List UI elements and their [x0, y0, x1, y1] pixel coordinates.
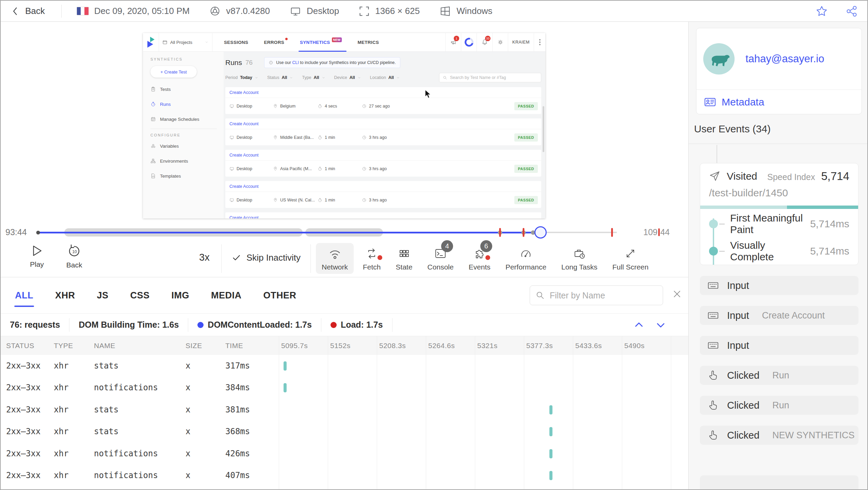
jump-previous-button[interactable] [633, 319, 645, 331]
run-duration: 1 min [318, 135, 362, 140]
app-tab-label: SESSIONS [224, 40, 248, 45]
network-panel: ALLXHRJSCSSIMGMEDIAOTHER 76: requests DO… [1, 277, 688, 490]
back-10s-button[interactable]: 10 Back [66, 244, 82, 269]
screen-resolution: 1366 × 625 [359, 6, 420, 17]
speed-index-bar [700, 206, 858, 209]
panel-button-long-tasks[interactable]: Long Tasks [556, 243, 603, 274]
share-icon[interactable] [846, 5, 858, 17]
network-tab-other[interactable]: OTHER [263, 290, 296, 301]
table-row[interactable]: 2xx–3xxxhrstatsx381ms [1, 399, 688, 421]
network-tab-img[interactable]: IMG [172, 290, 190, 301]
play-button[interactable]: Play [30, 244, 44, 269]
run-card: Create AccountDesktopCanada (Central)1 m… [225, 212, 541, 218]
top-bar: Back Dec 09, 2020, 05:10 PM v87.0.4280 D… [1, 1, 868, 22]
filter-value: All [282, 75, 287, 80]
cell-type: xhr [54, 405, 68, 414]
event-label: Input [727, 340, 749, 351]
filter-input-box[interactable] [530, 285, 663, 305]
sidebar-item-label: Variables [160, 144, 179, 149]
close-panel-button[interactable] [672, 289, 682, 299]
event-label: Input [727, 310, 749, 321]
cell-type: xhr [54, 383, 68, 392]
run-time-ago: 3 hrs ago [362, 166, 514, 171]
event-card-partial[interactable] [700, 475, 858, 490]
status-badge: PASSED [514, 133, 538, 142]
request-timing-bar [549, 405, 552, 414]
kebab-menu-icon [534, 33, 545, 51]
cell-name: stats [94, 405, 118, 414]
error-marker-icon [611, 228, 613, 237]
network-tab-xhr[interactable]: XHR [55, 290, 75, 301]
back-label: Back [25, 6, 45, 16]
network-tab-js[interactable]: JS [97, 290, 109, 301]
favorite-star-icon[interactable] [816, 5, 828, 17]
dom-building-time: DOM Building Time: 1.6s [69, 318, 188, 332]
sidebar-item-label: Tests [160, 87, 171, 92]
panel-button-fetch[interactable]: Fetch [357, 243, 387, 274]
cell-type: xhr [54, 449, 68, 458]
keyboard-icon [707, 340, 719, 351]
waterfall-col-label: 5433.6s [575, 342, 602, 350]
event-card-input[interactable]: Input [700, 336, 858, 355]
tests-icon [150, 86, 156, 92]
event-card-input[interactable]: Input [700, 276, 858, 295]
table-row[interactable]: 2xx–3xxxhrnotificationsx384ms [1, 377, 688, 398]
app-tab-label: METRICS [357, 40, 379, 45]
jump-next-button[interactable] [655, 319, 666, 331]
playhead-handle[interactable] [534, 226, 547, 239]
cell-size: x [186, 427, 190, 436]
panel-button-full-screen[interactable]: Full Screen [607, 243, 654, 274]
skip-inactivity-toggle[interactable]: Skip Inactivity [232, 252, 301, 263]
event-card-clicked[interactable]: ClickedNEW SYNTHETICS [700, 426, 858, 445]
request-timing-bar [549, 471, 552, 480]
run-name-link: Create Account [225, 150, 541, 161]
panel-button-network[interactable]: Network [316, 243, 354, 274]
table-row[interactable]: 2xx–3xxxhrnotificationsx426ms [1, 443, 688, 464]
os-name: Windows [439, 5, 492, 17]
waterfall-col-label: 5152s [330, 342, 351, 350]
panel-button-performance[interactable]: Performance [500, 243, 552, 274]
back-button[interactable]: Back [10, 6, 45, 16]
chevron-down-icon [205, 40, 209, 44]
app-tab-sessions: SESSIONS [224, 33, 248, 52]
playback-speed-button[interactable]: 3x [199, 252, 210, 263]
event-card-clicked[interactable]: ClickedRun [700, 396, 858, 415]
network-tab-all[interactable]: ALL [15, 290, 33, 301]
divider [61, 5, 62, 18]
keyboard-icon [707, 280, 719, 291]
longtasks-icon [573, 246, 585, 261]
visited-url: /test-builder/1450 [709, 187, 849, 199]
filter-input[interactable] [549, 290, 651, 301]
project-selector: All Projects [159, 33, 212, 51]
panel-button-state[interactable]: State [390, 243, 418, 274]
cell-status: 2xx–3xx [6, 383, 41, 392]
notifications-bell-icon: 33 [477, 33, 492, 51]
cell-time: 384ms [225, 383, 250, 392]
run-name-link: Create Account [225, 118, 541, 129]
event-card-input[interactable]: InputCreate Account [700, 306, 858, 325]
panel-button-events[interactable]: Events6 [463, 243, 496, 274]
filter-label: Status [267, 75, 279, 80]
visited-event-card[interactable]: Visited Speed Index 5,714 /test-builder/… [700, 163, 858, 265]
cell-time: 368ms [225, 427, 250, 436]
panel-button-console[interactable]: Console4 [422, 243, 460, 274]
timeline-track[interactable] [38, 225, 617, 240]
user-email[interactable]: tahay@asayer.io [745, 53, 824, 65]
run-details-row: DesktopMiddle East (Ba...1 min3 hrs agoP… [225, 129, 541, 145]
table-row[interactable]: 2xx–3xxxhrstatsx317ms [1, 355, 688, 377]
table-row[interactable]: 2xx–3xxxhrnotificationsx407ms [1, 464, 688, 486]
run-time-ago: 27 sec ago [362, 104, 514, 109]
metadata-button[interactable]: Metadata [696, 89, 862, 114]
chevron-down-icon [322, 76, 325, 80]
waterfall-col-label: 5095.7s [281, 342, 308, 350]
run-location: Asia Pacific (M... [273, 166, 318, 171]
network-tab-media[interactable]: MEDIA [211, 290, 242, 301]
col-name: NAME [94, 342, 115, 350]
cell-size: x [186, 383, 190, 392]
event-card-clicked[interactable]: ClickedRun [700, 366, 858, 385]
settings-gear-icon [492, 33, 508, 51]
cell-type: xhr [54, 427, 68, 436]
network-tab-css[interactable]: CSS [130, 290, 150, 301]
table-row[interactable]: 2xx–3xxxhrstatsx368ms [1, 421, 688, 442]
panel-button-label: State [396, 263, 413, 271]
